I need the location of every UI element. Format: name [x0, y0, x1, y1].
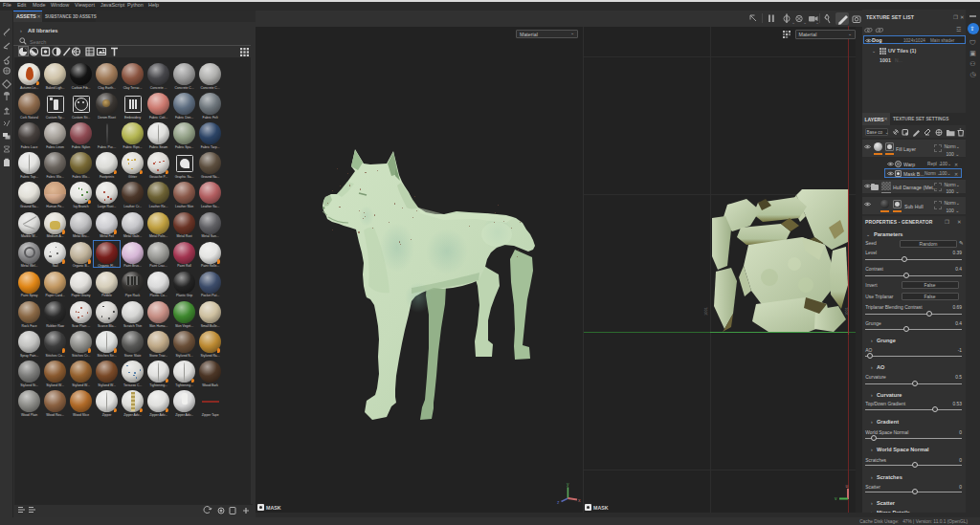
svg-text:z: z [557, 499, 560, 505]
svg-text:v: v [835, 495, 837, 501]
svg-text:y: y [567, 481, 569, 487]
svg-text:x: x [578, 497, 581, 503]
svg-text:u: u [846, 483, 849, 489]
